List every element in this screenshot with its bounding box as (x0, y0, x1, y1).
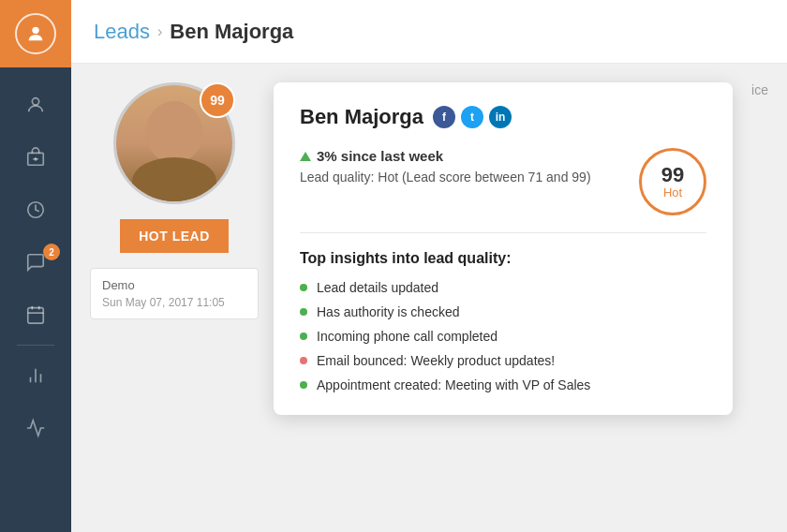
insight-text: Email bounced: Weekly product updates! (317, 353, 555, 368)
svg-rect-6 (28, 308, 44, 324)
analytics-icon (25, 418, 46, 438)
arrow-up-icon (300, 152, 311, 161)
bg-partial-text: ice (751, 82, 768, 97)
sidebar-item-contacts[interactable] (0, 79, 71, 131)
main-content: Leads › Ben Majorga 99 HOT LEAD Demo Sun… (71, 0, 787, 532)
sidebar-nav: 2 (0, 71, 71, 532)
header: Leads › Ben Majorga (71, 0, 787, 64)
dot-icon (300, 357, 307, 364)
dot-icon (300, 284, 307, 291)
popup-card: Ben Majorga f t in 3% since last week (274, 82, 733, 415)
score-description: Lead quality: Hot (Lead score between 71… (300, 170, 639, 185)
twitter-icon[interactable]: t (461, 106, 483, 128)
insight-text: Incoming phone call completed (317, 329, 497, 344)
left-panel: 99 HOT LEAD Demo Sun May 07, 2017 11:05 (90, 82, 259, 513)
sidebar-item-messages[interactable]: 2 (0, 236, 71, 288)
calendar-icon (25, 304, 46, 325)
reports-icon (25, 365, 46, 386)
list-item: Has authority is checked (300, 304, 706, 319)
sidebar-item-deals[interactable] (0, 184, 71, 236)
activity-type: Demo (102, 278, 246, 292)
sidebar-item-calendar[interactable] (0, 288, 71, 341)
person-icon (25, 23, 46, 44)
deals-icon (25, 200, 46, 220)
company-icon (25, 147, 46, 168)
breadcrumb-leads-link[interactable]: Leads (94, 20, 150, 44)
insight-list: Lead details updated Has authority is ch… (300, 280, 706, 392)
dot-icon (300, 308, 307, 316)
messages-badge: 2 (43, 244, 60, 260)
breadcrumb: Leads › Ben Majorga (94, 20, 293, 44)
right-panel: ice Ben Majorga f t in (274, 82, 768, 513)
insights-title: Top insights into lead quality: (300, 250, 706, 267)
hot-lead-button[interactable]: HOT LEAD (120, 219, 229, 253)
lead-name: Ben Majorga (300, 105, 423, 129)
sidebar-item-company[interactable] (0, 131, 71, 184)
sidebar-item-reports[interactable] (0, 349, 71, 402)
avatar-score-badge: 99 (200, 82, 235, 118)
svg-point-1 (32, 98, 38, 105)
contacts-icon (25, 95, 46, 115)
list-item: Appointment created: Meeting with VP of … (300, 377, 706, 392)
score-increase: 3% since last week (300, 148, 639, 164)
logo-circle (15, 13, 56, 54)
sidebar: 2 (0, 0, 71, 532)
sidebar-divider (17, 345, 54, 346)
dot-icon (300, 381, 307, 389)
score-status-label: Hot (663, 185, 682, 200)
facebook-icon[interactable]: f (433, 106, 455, 128)
list-item: Email bounced: Weekly product updates! (300, 353, 706, 368)
lead-name-row: Ben Majorga f t in (300, 105, 706, 129)
insight-text: Lead details updated (317, 280, 438, 295)
list-item: Lead details updated (300, 280, 706, 295)
svg-point-0 (32, 27, 38, 34)
score-info: 3% since last week Lead quality: Hot (Le… (300, 148, 639, 185)
social-icons: f t in (433, 106, 512, 128)
breadcrumb-chevron: › (157, 23, 162, 40)
score-percentage: 3% since last week (317, 148, 443, 164)
sidebar-item-analytics[interactable] (0, 402, 71, 454)
linkedin-icon[interactable]: in (489, 106, 512, 128)
score-section: 3% since last week Lead quality: Hot (Le… (300, 148, 706, 233)
dot-icon (300, 332, 307, 340)
breadcrumb-current: Ben Majorga (170, 20, 293, 44)
content-area: 99 HOT LEAD Demo Sun May 07, 2017 11:05 … (71, 64, 787, 532)
avatar-wrapper: 99 (113, 82, 235, 204)
insight-text: Appointment created: Meeting with VP of … (317, 377, 590, 392)
activity-date: Sun May 07, 2017 11:05 (102, 296, 246, 309)
insight-text: Has authority is checked (317, 304, 460, 319)
sidebar-logo[interactable] (0, 0, 71, 67)
score-number: 99 (661, 165, 684, 185)
score-circle: 99 Hot (639, 148, 706, 215)
activity-card: Demo Sun May 07, 2017 11:05 (90, 268, 259, 319)
list-item: Incoming phone call completed (300, 329, 706, 344)
